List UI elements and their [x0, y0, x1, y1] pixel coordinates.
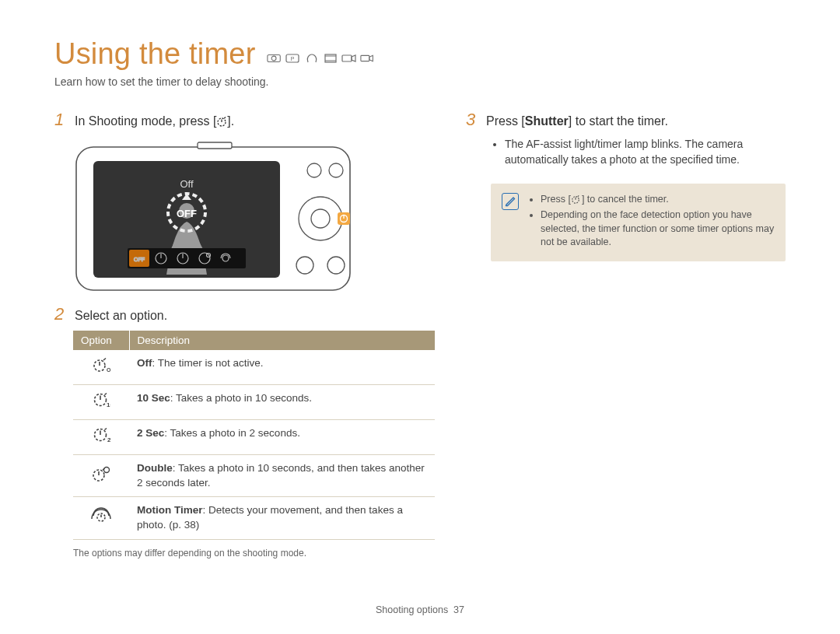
screen-selected-label: Off — [180, 178, 193, 190]
step-3: 3 Press [Shutter] to start the timer. — [466, 110, 786, 130]
th-description: Description — [129, 331, 435, 350]
mode-dual-icon — [304, 53, 320, 64]
table-row: Motion Timer: Detects your movement, and… — [73, 497, 435, 540]
mode-smart-icon — [267, 53, 282, 64]
right-column: 3 Press [Shutter] to start the timer. Th… — [466, 107, 786, 559]
camera-illustration: Off OFF OFF — [73, 141, 353, 296]
title-row: Using the timer P — [54, 37, 786, 71]
info-item: Depending on the face detection option y… — [541, 208, 775, 250]
info-item: Press [] to cancel the timer. — [541, 193, 775, 207]
step-2-text: Select an option. — [75, 309, 167, 323]
timer-off-icon: OFF — [92, 356, 110, 373]
svg-text:OFF: OFF — [134, 257, 145, 262]
options-table: Option Description OFF Off: The timer is… — [73, 331, 435, 540]
svg-text:2: 2 — [107, 436, 110, 443]
mode-program-icon: P — [285, 53, 301, 64]
svg-rect-7 — [342, 55, 352, 61]
mode-smart-movie-icon — [360, 53, 376, 64]
page-footer: Shooting options 37 — [0, 604, 840, 615]
timer-2sec-icon: 2 — [92, 426, 110, 443]
step-2: 2 Select an option. — [54, 304, 435, 324]
svg-rect-8 — [360, 55, 369, 61]
footer-page-number: 37 — [453, 604, 464, 615]
mode-movie-icon — [341, 53, 357, 64]
mode-scene-icon — [323, 53, 338, 64]
svg-rect-12 — [198, 142, 232, 149]
options-footnote: The options may differ depending on the … — [73, 548, 435, 559]
step-3-bullet: The AF-assist light/timer lamp blinks. T… — [505, 136, 782, 168]
table-row: 2 2 Sec: Takes a photo in 2 seconds. — [73, 419, 435, 454]
page-subtitle: Learn how to set the timer to delay shoo… — [54, 75, 786, 88]
mode-icons-row: P — [267, 53, 376, 64]
table-row: 10 10 Sec: Takes a photo in 10 seconds. — [73, 384, 435, 419]
left-column: 1 In Shooting mode, press []. — [54, 107, 435, 559]
step-3-number: 3 — [466, 110, 480, 130]
timer-double-icon — [91, 465, 111, 482]
info-box: Press [] to cancel the timer. Depending … — [491, 184, 786, 261]
svg-text:OFF: OFF — [107, 367, 110, 373]
timer-icon — [571, 194, 582, 205]
step-3-text: Press [Shutter] to start the timer. — [486, 114, 668, 128]
table-row: OFF Off: The timer is not active. — [73, 350, 435, 384]
step-1-text: In Shooting mode, press []. — [75, 114, 234, 128]
table-row: Double: Takes a photo in 10 seconds, and… — [73, 454, 435, 497]
step-3-bullets: The AF-assist light/timer lamp blinks. T… — [491, 136, 786, 168]
timer-10sec-icon: 10 — [92, 391, 110, 408]
th-option: Option — [73, 331, 129, 350]
timer-motion-icon — [90, 507, 112, 524]
svg-text:OFF: OFF — [177, 208, 197, 219]
step-1-number: 1 — [54, 110, 68, 130]
svg-point-47 — [104, 467, 110, 472]
page-title: Using the timer — [54, 37, 256, 71]
note-icon — [502, 193, 519, 210]
footer-section: Shooting options — [376, 604, 448, 615]
step-2-number: 2 — [54, 304, 68, 324]
step-1: 1 In Shooting mode, press []. — [54, 110, 435, 130]
svg-text:10: 10 — [107, 401, 110, 408]
svg-point-1 — [271, 56, 276, 61]
timer-icon — [216, 116, 227, 127]
svg-text:P: P — [290, 56, 294, 61]
